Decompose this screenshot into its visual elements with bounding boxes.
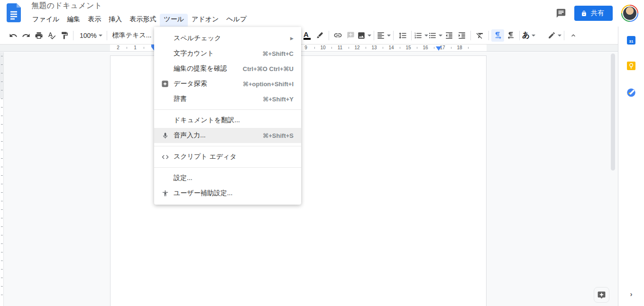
chevron-down-icon [424, 35, 428, 36]
menubar-item-アドオン[interactable]: アドオン [188, 14, 222, 25]
menu-item-shortcut: ⌘+Shift+Y [263, 96, 294, 103]
zoom-value: 100% [80, 32, 97, 39]
menu-item-shortcut: ⌘+option+Shift+I [243, 81, 294, 88]
calendar-icon[interactable]: 31 [627, 36, 635, 45]
explore-icon [597, 290, 606, 299]
bulleted-list-button[interactable] [428, 29, 442, 42]
menubar-item-ファイル[interactable]: ファイル [28, 14, 63, 25]
hide-menus-button[interactable] [567, 29, 580, 42]
highlight-color-button[interactable] [313, 29, 326, 42]
menu-item-label: 設定... [174, 174, 294, 182]
menu-item-スペルチェック[interactable]: スペルチェック▶ [154, 31, 301, 46]
side-panel: 31 › [618, 27, 644, 306]
menu-item-shortcut: Ctrl+⌘O Ctrl+⌘U [243, 65, 294, 72]
paragraph-ltr-button[interactable] [491, 29, 504, 42]
share-button[interactable]: 共有 [574, 6, 613, 21]
increase-indent-button[interactable] [455, 29, 468, 42]
link-icon [333, 31, 342, 40]
undo-button[interactable] [7, 29, 19, 42]
menu-item-データ探索[interactable]: データ探索⌘+option+Shift+I [154, 76, 301, 91]
comments-button[interactable] [552, 4, 570, 23]
menu-item-shortcut: ⌘+Shift+S [263, 132, 294, 139]
styles-value: 標準テキス... [112, 31, 152, 40]
add-comment-icon [347, 31, 355, 39]
vertical-ruler [0, 52, 4, 306]
decrease-indent-icon [445, 31, 453, 40]
submenu-arrow-icon: ▶ [290, 36, 294, 41]
numbered-list-button[interactable] [414, 29, 428, 42]
toolbar-separator [393, 31, 394, 40]
menu-item-文字カウント[interactable]: 文字カウント⌘+Shift+C [154, 46, 301, 61]
toolbar-separator [411, 31, 412, 40]
toolbar-separator [73, 31, 74, 40]
menu-item-label: 音声入力... [174, 131, 263, 140]
align-left-icon [377, 31, 385, 40]
menubar-item-編集[interactable]: 編集 [63, 14, 84, 25]
clear-formatting-button[interactable] [473, 29, 486, 42]
menubar-item-表示形式[interactable]: 表示形式 [126, 14, 160, 25]
menubar-item-ツール[interactable]: ツール [160, 14, 188, 27]
hide-side-panel-button[interactable]: › [630, 290, 633, 298]
menubar: ファイル編集表示挿入表示形式ツールアドオンヘルプ [28, 14, 250, 25]
redo-icon [22, 31, 30, 40]
redo-button[interactable] [19, 29, 32, 42]
docs-logo-icon[interactable] [7, 3, 21, 22]
code-icon [161, 153, 169, 161]
paint-roller-icon [60, 31, 69, 40]
toolbar-separator [564, 31, 564, 40]
menu-item-label: 文字カウント [174, 49, 262, 58]
avatar[interactable] [621, 5, 638, 22]
keep-icon[interactable] [627, 62, 635, 70]
numbered-list-icon [414, 31, 423, 40]
ruler-number: 11 [338, 45, 342, 50]
insert-link-button[interactable] [331, 29, 344, 42]
menu-item-スクリプト エディタ[interactable]: スクリプト エディタ [154, 149, 301, 164]
input-tools-button[interactable]: あ [522, 29, 535, 42]
chevron-down-icon [558, 35, 561, 36]
ruler-number: 12 [354, 45, 359, 50]
print-button[interactable] [32, 29, 45, 42]
decrease-indent-button[interactable] [442, 29, 455, 42]
toolbar-separator [519, 31, 520, 40]
paint-format-button[interactable] [58, 29, 71, 42]
right-indent-marker[interactable] [436, 46, 442, 51]
spellcheck-icon [47, 31, 56, 40]
insert-image-button[interactable] [357, 29, 371, 42]
pencil-icon [548, 31, 556, 39]
text-color-button[interactable]: A [301, 29, 313, 42]
calendar-label: 31 [629, 39, 634, 45]
horizontal-ruler[interactable]: 21123456789101112131415161718 [0, 45, 618, 52]
zoom-select[interactable]: 100% [76, 29, 104, 42]
add-comment-button[interactable] [344, 29, 357, 42]
menu-item-ユーザー補助設定[interactable]: ユーザー補助設定... [154, 186, 301, 201]
line-spacing-button[interactable] [396, 29, 409, 42]
paragraph-rtl-button[interactable] [504, 29, 517, 42]
menubar-item-ヘルプ[interactable]: ヘルプ [222, 14, 250, 25]
tasks-icon[interactable] [627, 88, 636, 97]
vertical-ruler-margin [0, 52, 3, 99]
menu-item-label: スペルチェック [174, 34, 290, 43]
chevron-down-icon [439, 35, 442, 36]
header-actions: 共有 [552, 0, 638, 27]
align-button[interactable] [377, 29, 391, 42]
menu-item-編集の提案を確認[interactable]: 編集の提案を確認Ctrl+⌘O Ctrl+⌘U [154, 61, 301, 76]
bulleted-list-icon [428, 31, 437, 40]
paragraph-rtl-icon [506, 31, 515, 40]
document-title[interactable]: 無題のドキュメント [31, 1, 102, 11]
menu-item-辞書[interactable]: 辞書⌘+Shift+Y [154, 91, 301, 107]
menu-item-設定[interactable]: 設定... [154, 171, 301, 186]
vertical-scrollbar[interactable] [611, 54, 615, 171]
editing-mode-button[interactable] [548, 29, 561, 42]
ruler-number: 2 [117, 45, 120, 50]
chevron-down-icon [368, 35, 371, 36]
menu-item-ドキュメントを翻訳[interactable]: ドキュメントを翻訳... [154, 113, 301, 128]
increase-indent-icon [458, 31, 466, 40]
menubar-item-表示[interactable]: 表示 [84, 14, 105, 25]
menu-item-音声入力[interactable]: 音声入力...⌘+Shift+S [154, 128, 301, 143]
toolbar-separator [470, 31, 471, 40]
menubar-item-挿入[interactable]: 挿入 [105, 14, 126, 25]
toolbar-separator [329, 31, 329, 40]
paragraph-styles-select[interactable]: 標準テキス... [110, 29, 155, 42]
spellcheck-button[interactable] [45, 29, 58, 42]
explore-button[interactable] [594, 287, 609, 303]
